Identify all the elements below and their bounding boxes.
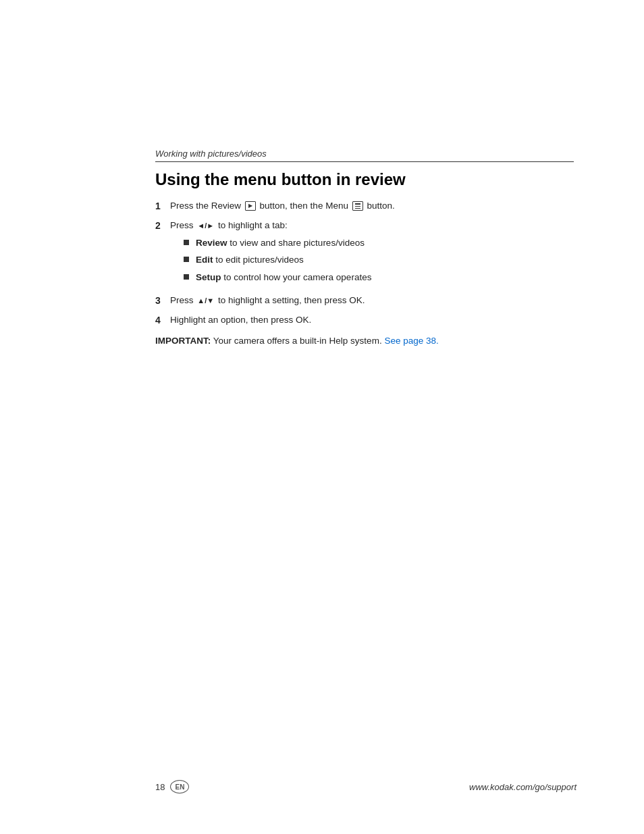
step-2: 2 Press ◄ / ► to highlight a tab: — [155, 219, 574, 288]
step-4-content: Highlight an option, then press OK. — [170, 313, 574, 327]
left-right-icon: ◄ / ► — [197, 220, 214, 232]
page-footer: 18 EN www.kodak.com/go/support — [155, 780, 576, 793]
step-4-number: 4 — [155, 313, 170, 328]
bullet-setup-content: Setup to control how your camera operate… — [196, 271, 574, 284]
bullet-review-content: Review to view and share pictures/videos — [196, 236, 574, 250]
step-2-number: 2 — [155, 219, 170, 233]
bullet-review-bold: Review — [196, 238, 227, 248]
important-text: Your camera offers a built-in Help syste… — [213, 336, 385, 346]
see-page-link[interactable]: See page 38. — [384, 336, 438, 346]
up-down-icon: ▲ / ▼ — [197, 295, 214, 307]
step-2-content: Press ◄ / ► to highlight a tab: Review — [170, 219, 574, 288]
steps-list: 1 Press the Review button, then the Menu… — [155, 199, 574, 328]
step-1: 1 Press the Review button, then the Menu… — [155, 199, 574, 213]
step-4-text: Highlight an option, then press OK. — [170, 315, 311, 325]
step-3-text-after: to highlight a setting, then press OK. — [218, 295, 365, 305]
menu-button-icon — [352, 201, 363, 211]
bullet-review-rest: to view and share pictures/videos — [230, 238, 365, 248]
bullet-square-icon — [184, 257, 189, 262]
footer-left: 18 EN — [155, 780, 189, 793]
step-1-text-before: Press the Review — [170, 201, 244, 211]
arrow-right-icon: ► — [207, 220, 214, 232]
bullet-item-review: Review to view and share pictures/videos — [184, 236, 574, 250]
arrow-down-icon: ▼ — [207, 295, 214, 307]
step-2-text-after: to highlight a tab: — [218, 220, 288, 230]
step-3-text-before: Press — [170, 295, 196, 305]
bullet-edit-rest: to edit pictures/videos — [215, 255, 304, 265]
bullet-edit-bold: Edit — [196, 255, 213, 265]
step-1-text-after: button. — [367, 201, 394, 211]
review-button-icon — [245, 201, 256, 211]
language-badge: EN — [170, 780, 189, 793]
step-1-content: Press the Review button, then the Menu b… — [170, 199, 574, 213]
footer-website: www.kodak.com/go/support — [469, 782, 576, 792]
bullet-setup-rest: to control how your camera operates — [223, 272, 371, 282]
bullet-list: Review to view and share pictures/videos… — [184, 236, 574, 284]
important-label: IMPORTANT: — [155, 336, 211, 346]
step-3-number: 3 — [155, 294, 170, 308]
content-area: Working with pictures/videos Using the m… — [155, 149, 574, 348]
bullet-edit-content: Edit to edit pictures/videos — [196, 253, 574, 267]
arrow-left-icon: ◄ — [197, 220, 205, 232]
step-4: 4 Highlight an option, then press OK. — [155, 313, 574, 328]
page-number: 18 — [155, 782, 165, 792]
arrow-up-icon: ▲ — [197, 295, 205, 307]
step-2-text-before: Press — [170, 220, 196, 230]
step-1-text-middle: button, then the Menu — [260, 201, 351, 211]
section-divider — [155, 161, 574, 162]
section-label: Working with pictures/videos — [155, 149, 574, 159]
bullet-square-icon — [184, 274, 189, 280]
document-page: Working with pictures/videos Using the m… — [0, 0, 644, 834]
step-1-number: 1 — [155, 199, 170, 213]
step-3-content: Press ▲ / ▼ to highlight a setting, then… — [170, 294, 574, 307]
bullet-setup-bold: Setup — [196, 272, 221, 282]
step-3: 3 Press ▲ / ▼ to highlight a setting, th… — [155, 294, 574, 308]
bullet-item-edit: Edit to edit pictures/videos — [184, 253, 574, 267]
important-note: IMPORTANT: Your camera offers a built-in… — [155, 334, 574, 348]
section-title: Using the menu button in review — [155, 170, 574, 190]
bullet-square-icon — [184, 240, 189, 245]
bullet-item-setup: Setup to control how your camera operate… — [184, 271, 574, 284]
